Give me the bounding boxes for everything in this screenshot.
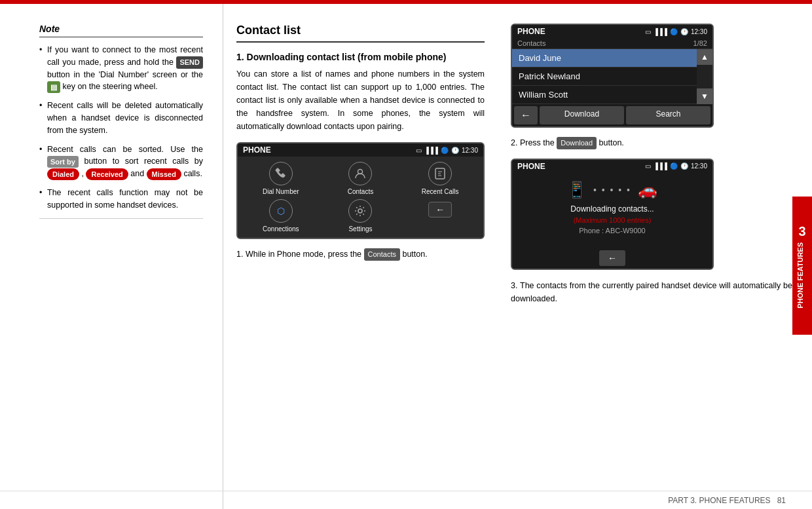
bt3-icon: 🔵 bbox=[670, 162, 678, 170]
middle-column: Contact list 1. Downloading contact list… bbox=[223, 4, 498, 509]
step3-text: 3. The contacts from the currently paire… bbox=[511, 279, 792, 305]
menu-settings[interactable]: Settings bbox=[323, 199, 399, 233]
download-button[interactable]: Download bbox=[540, 106, 624, 124]
clock2-icon: 🕐 bbox=[680, 28, 688, 35]
contacts-phone-title: PHONE bbox=[517, 27, 545, 36]
scroll-up-button[interactable]: ▲ bbox=[697, 49, 712, 65]
phone-time-1: 12:30 bbox=[462, 147, 478, 154]
section-title: Contact list bbox=[236, 24, 485, 43]
clock-icon: 🕐 bbox=[451, 147, 459, 154]
downloading-phone-label: Phone : ABC-W9000 bbox=[520, 227, 705, 235]
menu-contacts[interactable]: Contacts bbox=[323, 162, 399, 195]
note-item-2: Recent calls will be deleted automatical… bbox=[39, 100, 203, 136]
svg-text:⬡: ⬡ bbox=[277, 206, 285, 216]
note-text-3b: button to sort recent calls by bbox=[84, 157, 203, 166]
dial-number-icon bbox=[269, 162, 293, 185]
back-button-phone1[interactable]: ← bbox=[428, 202, 452, 217]
menu-recent-calls[interactable]: Recent Calls bbox=[402, 162, 478, 195]
connections-icon: ⬡ bbox=[269, 199, 293, 223]
note-item-3: Recent calls can be sorted. Use the Sort… bbox=[39, 143, 203, 181]
contacts-row: David June Patrick Newland William Scott… bbox=[512, 49, 712, 104]
contacts-phone-time: 12:30 bbox=[691, 28, 707, 35]
missed-button-label: Missed bbox=[147, 168, 181, 181]
phone-screen-downloading: PHONE ▭ ▐▐▐ 🔵 🕐 12:30 📱 • • • • • 🚗 Down… bbox=[511, 159, 714, 270]
contacts-label: Contacts bbox=[348, 188, 373, 195]
scroll-down-button[interactable]: ▼ bbox=[697, 88, 712, 104]
note-text-1b: button in the 'Dial Number' screen or th… bbox=[47, 70, 203, 79]
contact-item-william[interactable]: William Scott bbox=[512, 86, 697, 104]
battery3-icon: ▭ bbox=[645, 162, 651, 170]
note-text-3a: Recent calls can be sorted. Use the bbox=[47, 145, 203, 154]
step1-note-b: button. bbox=[402, 250, 427, 259]
page-number: 81 bbox=[777, 496, 786, 505]
phone-screen-1: PHONE ▭ ▐▐▐ 🔵 🕐 12:30 Dial Number bbox=[236, 142, 485, 239]
menu-connections[interactable]: ⬡ Connections bbox=[243, 199, 319, 233]
downloading-header: PHONE ▭ ▐▐▐ 🔵 🕐 12:30 bbox=[512, 160, 712, 173]
transfer-dots: • • • • • bbox=[593, 185, 631, 195]
settings-icon bbox=[348, 199, 372, 223]
contacts-count: 1/82 bbox=[693, 39, 707, 47]
settings-label: Settings bbox=[348, 225, 372, 233]
step1-note-a: 1. While in Phone mode, press the bbox=[236, 250, 364, 259]
phone-menu-1: Dial Number Contacts bbox=[238, 157, 483, 238]
step2-text-a: 2. Press the bbox=[511, 138, 557, 147]
recent-calls-label: Recent Calls bbox=[422, 188, 459, 195]
send-button-label: SEND bbox=[176, 56, 203, 69]
dialed-button-label: Dialed bbox=[47, 168, 79, 181]
footer-label: PART 3. PHONE FEATURES bbox=[668, 496, 770, 505]
contacts-icon bbox=[348, 162, 372, 185]
contacts-screen-header: PHONE ▭ ▐▐▐ 🔵 🕐 12:30 bbox=[512, 25, 712, 38]
phone-header-1: PHONE ▭ ▐▐▐ 🔵 🕐 12:30 bbox=[238, 143, 483, 157]
right-column: PHONE ▭ ▐▐▐ 🔵 🕐 12:30 Contacts 1/82 Davi… bbox=[498, 4, 812, 509]
note-item-1: If you want to connect to the most recen… bbox=[39, 44, 203, 93]
clock3-icon: 🕐 bbox=[680, 162, 688, 170]
downloading-phone-status: ▭ ▐▐▐ 🔵 🕐 12:30 bbox=[645, 162, 707, 170]
downloading-animation: 📱 • • • • • 🚗 bbox=[520, 181, 705, 199]
contact-name-david: David June bbox=[519, 53, 561, 63]
downloading-warning: (Maximum 1000 entries) bbox=[520, 216, 705, 224]
downloading-phone-title: PHONE bbox=[517, 162, 545, 171]
signal-icon: ▐▐▐ bbox=[424, 147, 438, 154]
signal3-icon: ▐▐▐ bbox=[654, 162, 667, 170]
received-button-label: Received bbox=[86, 168, 128, 181]
step2-instruction: 2. Press the Download button. bbox=[511, 137, 792, 149]
phone-status-1: ▭ ▐▐▐ 🔵 🕐 12:30 bbox=[416, 147, 478, 154]
left-column: Note If you want to connect to the most … bbox=[0, 4, 223, 509]
step1-note: 1. While in Phone mode, press the Contac… bbox=[236, 248, 485, 261]
contacts-phone-status: ▭ ▐▐▐ 🔵 🕐 12:30 bbox=[645, 28, 707, 35]
key-button-label: ▤ bbox=[47, 81, 60, 94]
part-label-text: PHONE FEATURES bbox=[796, 242, 805, 309]
menu-back[interactable]: ← bbox=[402, 199, 478, 233]
note-text-1c: key on the steering wheel. bbox=[62, 82, 157, 91]
contact-item-david[interactable]: David June bbox=[512, 49, 697, 67]
search-button[interactable]: Search bbox=[626, 106, 710, 124]
phone-screen-contacts: PHONE ▭ ▐▐▐ 🔵 🕐 12:30 Contacts 1/82 Davi… bbox=[511, 24, 714, 128]
battery2-icon: ▭ bbox=[645, 28, 651, 35]
bt-icon: 🔵 bbox=[441, 147, 449, 154]
note-title: Note bbox=[39, 24, 203, 37]
contacts-back-button[interactable]: ← bbox=[514, 106, 538, 124]
battery-icon: ▭ bbox=[416, 147, 422, 154]
note-text-3e: calls. bbox=[183, 169, 202, 178]
step2-text-b: button. bbox=[599, 138, 624, 147]
sort-by-button-label: Sort by bbox=[47, 156, 79, 168]
part-sidebar: 3 PHONE FEATURES bbox=[792, 197, 812, 335]
contacts-main-list: David June Patrick Newland William Scott bbox=[512, 49, 697, 104]
bt2-icon: 🔵 bbox=[670, 28, 678, 35]
downloading-back-button[interactable]: ← bbox=[599, 250, 625, 266]
connections-label: Connections bbox=[263, 225, 299, 233]
download-inline-btn: Download bbox=[557, 137, 597, 149]
scroll-controls: ▲ ▼ bbox=[697, 49, 712, 104]
phone-device-icon: 📱 bbox=[567, 181, 587, 199]
svg-point-3 bbox=[358, 209, 362, 213]
bottom-bar: PART 3. PHONE FEATURES 81 bbox=[0, 491, 812, 509]
downloading-body: 📱 • • • • • 🚗 Downloading contacts... (M… bbox=[512, 173, 712, 248]
contacts-inline-btn: Contacts bbox=[364, 248, 400, 261]
contacts-footer: ← Download Search bbox=[512, 104, 712, 126]
downloading-text: Downloading contacts... bbox=[520, 204, 705, 214]
note-text-3c: , bbox=[82, 169, 86, 178]
step1-body: You can store a list of names and phone … bbox=[236, 67, 485, 133]
dial-number-label: Dial Number bbox=[263, 188, 299, 195]
menu-dial-number[interactable]: Dial Number bbox=[243, 162, 319, 195]
contact-item-patrick[interactable]: Patrick Newland bbox=[512, 67, 697, 86]
